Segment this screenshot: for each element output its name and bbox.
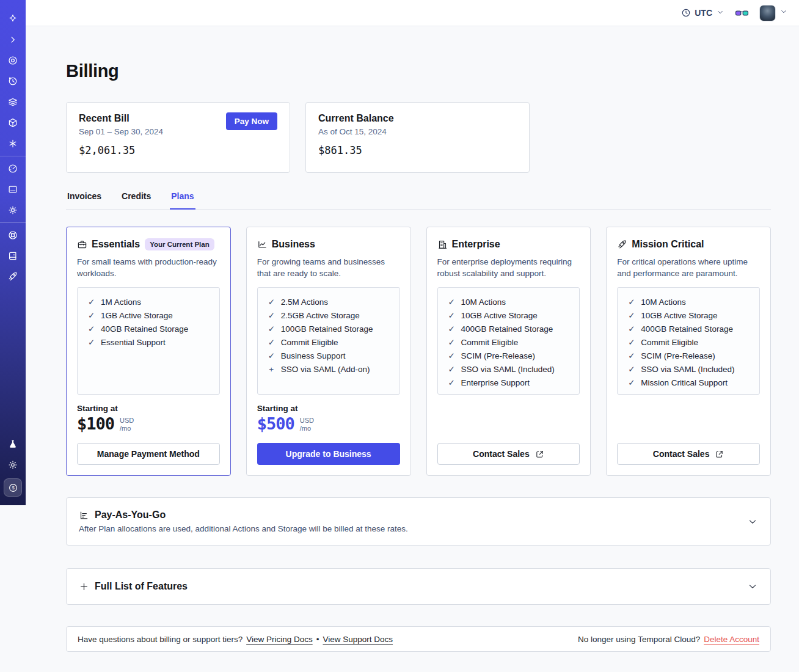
feature-item: ✓Mission Critical Support <box>628 376 754 390</box>
feature-item: ✓Enterprise Support <box>448 376 575 390</box>
delete-account-link[interactable]: Delete Account <box>704 635 759 644</box>
view-support-docs-link[interactable]: View Support Docs <box>323 635 393 644</box>
rocket-icon[interactable] <box>0 271 26 282</box>
upgrade-to-business-button[interactable]: Upgrade to Business <box>257 443 400 465</box>
labs-flask-icon[interactable] <box>0 439 26 450</box>
temporal-logo[interactable] <box>0 13 26 24</box>
feature-item: ✓40GB Retained Storage <box>88 323 214 336</box>
toolbox-icon <box>77 239 87 250</box>
plan-name: Essentials <box>92 239 140 250</box>
usage-gauge-icon[interactable] <box>0 163 26 174</box>
settings-gear-icon[interactable] <box>0 205 26 216</box>
billing-footer: Have questions about billing or support … <box>66 626 771 652</box>
full-features-title: Full List of Features <box>95 581 188 592</box>
plan-description: For critical operations where uptime and… <box>617 256 760 279</box>
svg-text:$: $ <box>12 485 15 491</box>
current-balance-as-of: As of Oct 15, 2024 <box>318 127 517 136</box>
layers-icon[interactable] <box>0 97 26 108</box>
plan-card-essentials: Essentials Your Current Plan For small t… <box>66 227 231 476</box>
page-title: Billing <box>66 61 771 81</box>
external-link-icon <box>535 450 544 459</box>
chevron-down-icon[interactable] <box>747 581 758 592</box>
feature-item: ✓100GB Retained Storage <box>268 323 395 336</box>
chevron-right-icon[interactable] <box>0 34 26 45</box>
asterisk-icon[interactable] <box>0 138 26 149</box>
check-icon: ✓ <box>268 323 275 336</box>
chevron-down-icon[interactable] <box>747 516 758 527</box>
feature-item: ✓Essential Support <box>88 336 214 349</box>
glasses-icon[interactable] <box>735 8 749 18</box>
tab-invoices[interactable]: Invoices <box>66 189 103 209</box>
docs-book-icon[interactable] <box>0 250 26 261</box>
plan-description: For growing teams and businesses that ar… <box>257 256 400 279</box>
current-balance-title: Current Balance <box>318 113 517 124</box>
footer-question: Have questions about billing or support … <box>78 635 243 644</box>
feature-item: ✓400GB Retained Storage <box>628 323 754 336</box>
check-icon: ✓ <box>628 323 635 336</box>
billing-card-icon[interactable] <box>0 184 26 195</box>
cube-icon[interactable] <box>0 117 26 128</box>
feature-item: ✓SCIM (Pre-Release) <box>448 349 575 363</box>
avatar <box>759 5 776 21</box>
contact-sales-button[interactable]: Contact Sales <box>437 443 580 465</box>
tab-credits[interactable]: Credits <box>120 189 152 209</box>
chart-icon <box>257 239 268 250</box>
paygo-title: Pay-As-You-Go <box>95 509 166 520</box>
footer-separator: • <box>316 635 319 644</box>
pay-now-button[interactable]: Pay Now <box>226 112 277 130</box>
dollar-coin-icon: $ <box>7 482 19 494</box>
recent-bill-amount: $2,061.35 <box>79 144 277 156</box>
manage-payment-method-button[interactable]: Manage Payment Method <box>77 443 220 465</box>
feature-box: ✓10M Actions ✓10GB Active Storage ✓400GB… <box>437 287 580 395</box>
feature-item: ✓SSO via SAML (Included) <box>628 363 754 376</box>
rocket-icon <box>617 239 627 250</box>
timezone-selector[interactable]: UTC <box>681 8 724 18</box>
feature-item: ✓10M Actions <box>448 296 575 309</box>
plan-name: Business <box>272 239 315 250</box>
sidebar-divider <box>0 222 26 223</box>
feature-item: ✓Commit Eligible <box>448 336 575 349</box>
chevron-down-icon <box>779 7 788 18</box>
billing-tabs: Invoices Credits Plans <box>66 189 771 210</box>
price-block: Starting at $100 USD/mo <box>77 404 220 433</box>
plan-price: $500 <box>257 414 294 433</box>
check-icon: ✓ <box>628 336 635 349</box>
feature-item: ✓Business Support <box>268 349 395 363</box>
feature-item: ✓1M Actions <box>88 296 214 309</box>
check-icon: ✓ <box>448 296 455 309</box>
schedules-icon[interactable] <box>0 76 26 87</box>
pay-as-you-go-accordion[interactable]: Pay-As-You-Go After Plan allocations are… <box>66 497 771 546</box>
plan-name: Enterprise <box>452 239 500 250</box>
plan-cards: Essentials Your Current Plan For small t… <box>66 227 771 476</box>
feature-item: ✓400GB Retained Storage <box>448 323 575 336</box>
sidebar: $ <box>0 0 26 505</box>
billing-page: Billing Recent Bill Sep 01 – Sep 30, 202… <box>66 26 771 652</box>
contact-sales-button[interactable]: Contact Sales <box>617 443 760 465</box>
sun-icon[interactable] <box>0 459 26 470</box>
full-features-accordion[interactable]: Full List of Features <box>66 568 771 605</box>
plan-description: For small teams with production-ready wo… <box>77 256 220 279</box>
plus-icon: + <box>268 363 275 376</box>
plan-price: $100 <box>77 414 114 433</box>
view-pricing-docs-link[interactable]: View Pricing Docs <box>246 635 313 644</box>
current-balance-card: Current Balance As of Oct 15, 2024 $861.… <box>305 102 530 173</box>
plus-icon <box>79 582 89 592</box>
summary-cards: Recent Bill Sep 01 – Sep 30, 2024 $2,061… <box>66 102 771 173</box>
feature-item: ✓1GB Active Storage <box>88 309 214 323</box>
check-icon: ✓ <box>448 336 455 349</box>
feature-item: ✓10M Actions <box>628 296 754 309</box>
check-icon: ✓ <box>268 336 275 349</box>
tab-plans[interactable]: Plans <box>170 189 195 210</box>
sidebar-item-billing-active[interactable]: $ <box>4 478 22 497</box>
check-icon: ✓ <box>268 349 275 363</box>
feature-box: ✓2.5M Actions ✓2.5GB Active Storage ✓100… <box>257 287 400 395</box>
feature-box: ✓1M Actions ✓1GB Active Storage ✓40GB Re… <box>77 287 220 395</box>
account-menu[interactable] <box>759 5 788 21</box>
check-icon: ✓ <box>448 376 455 390</box>
price-unit: USD/mo <box>300 414 314 432</box>
plan-card-mission-critical: Mission Critical For critical operations… <box>606 227 771 476</box>
feature-item: ✓SCIM (Pre-Release) <box>628 349 754 363</box>
timezone-label: UTC <box>695 8 712 18</box>
namespaces-icon[interactable] <box>0 55 26 66</box>
support-lifebuoy-icon[interactable] <box>0 230 26 241</box>
